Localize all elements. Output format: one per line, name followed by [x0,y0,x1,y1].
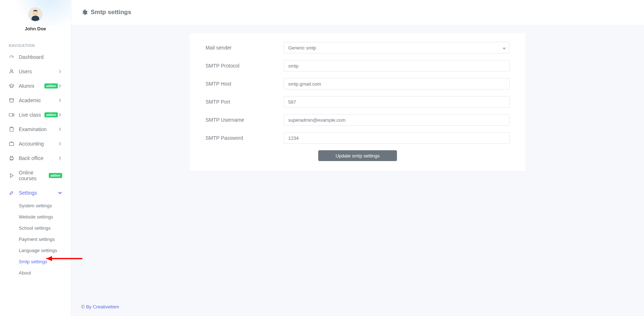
page-header: Smtp settings [71,0,644,25]
profile-name: John Doe [4,26,67,31]
sidebar-item-alumni[interactable]: Alumni addon [0,79,71,93]
svg-rect-1 [31,16,39,21]
mail-sender-select[interactable]: Generic smtp [284,42,510,53]
sidebar-item-label: Users [19,69,58,74]
content-wrap: Mail sender Generic smtp SMTP Protocol S… [71,25,644,300]
sidebar-item-online-courses[interactable]: Online courses addon [0,165,71,186]
svg-rect-4 [9,113,12,116]
sidebar-item-label: Accounting [19,141,58,147]
chevron-down-icon [58,191,62,195]
label-protocol: SMTP Protocol [206,63,284,69]
profile-block: John Doe [0,0,71,37]
avatar[interactable] [28,7,43,22]
sidebar-item-label: Live class [19,112,43,118]
update-smtp-button[interactable]: Update smtp settings [318,150,397,161]
tools-icon [9,190,14,196]
label-mail-sender: Mail sender [206,45,284,51]
video-icon [9,112,14,118]
gauge-icon [9,54,14,60]
store-icon [9,98,14,103]
sidebar-item-settings[interactable]: Settings [0,186,71,200]
label-username: SMTP Username [206,117,284,123]
row-port: SMTP Port [206,96,510,108]
chevron-right-icon [58,142,62,146]
sidebar-item-label: Dashboard [19,54,62,60]
nav-heading: NAVIGATION [0,37,71,50]
chevron-right-icon [58,69,62,74]
graduation-icon [9,83,14,89]
submit-row: Update smtp settings [206,150,510,161]
port-input[interactable] [284,96,510,108]
sidebar-item-examination[interactable]: Examination [0,122,71,137]
sidebar-item-label: Settings [19,190,58,196]
row-protocol: SMTP Protocol [206,60,510,72]
copyright-symbol: © [81,304,86,309]
label-host: SMTP Host [206,81,284,87]
sidebar-item-label: Examination [19,126,58,132]
subnav-school-settings[interactable]: School settings [0,222,71,234]
clipboard-icon [9,126,14,132]
chevron-right-icon [58,113,62,117]
password-input[interactable] [284,132,510,144]
addon-badge: addon [44,83,58,88]
sidebar-item-academic[interactable]: Academic [0,93,71,108]
mail-sender-select-wrap: Generic smtp [284,42,510,53]
svg-rect-6 [9,143,14,146]
page-title: Smtp settings [91,9,131,16]
user-icon [9,69,14,74]
briefcase-icon [9,141,14,147]
printer-icon [9,155,14,161]
sidebar-item-label: Online courses [19,170,47,181]
label-port: SMTP Port [206,99,284,105]
sidebar-item-label: Back office [19,155,58,161]
row-username: SMTP Username [206,114,510,126]
main: Smtp settings Mail sender Generic smtp S… [71,0,644,316]
label-password: SMTP Password [206,135,284,141]
subnav-website-settings[interactable]: Website settings [0,211,71,222]
sidebar-item-label: Academic [19,98,58,103]
username-input[interactable] [284,114,510,126]
smtp-settings-card: Mail sender Generic smtp SMTP Protocol S… [190,33,526,171]
subnav-system-settings[interactable]: System settings [0,200,71,211]
settings-submenu: System settings Website settings School … [0,200,71,280]
protocol-input[interactable] [284,60,510,72]
row-host: SMTP Host [206,78,510,90]
svg-rect-7 [10,157,13,159]
chevron-right-icon [58,98,62,103]
subnav-about[interactable]: About [0,267,71,278]
footer-link[interactable]: By Creativeitem [86,304,119,309]
host-input[interactable] [284,78,510,90]
addon-badge: addon [44,112,58,117]
subnav-smtp-settings[interactable]: Smtp settings [0,256,71,267]
sidebar-item-label: Alumni [19,83,43,89]
sidebar: John Doe NAVIGATION Dashboard Users Alum… [0,0,71,316]
chevron-right-icon [58,127,62,131]
row-mail-sender: Mail sender Generic smtp [206,42,510,53]
svg-point-3 [10,70,12,72]
sidebar-item-back-office[interactable]: Back office [0,151,71,165]
sidebar-item-dashboard[interactable]: Dashboard [0,50,71,64]
play-icon [9,173,14,178]
sidebar-item-users[interactable]: Users [0,64,71,79]
sidebar-item-live-class[interactable]: Live class addon [0,108,71,122]
subnav-payment-settings[interactable]: Payment settings [0,234,71,245]
footer: © By Creativeitem [71,300,644,316]
gear-icon [81,9,88,16]
sidebar-item-accounting[interactable]: Accounting [0,137,71,151]
row-password: SMTP Password [206,132,510,144]
chevron-right-icon [58,84,62,88]
subnav-language-settings[interactable]: Language settings [0,245,71,256]
addon-badge: addon [49,173,62,178]
chevron-right-icon [58,156,62,160]
